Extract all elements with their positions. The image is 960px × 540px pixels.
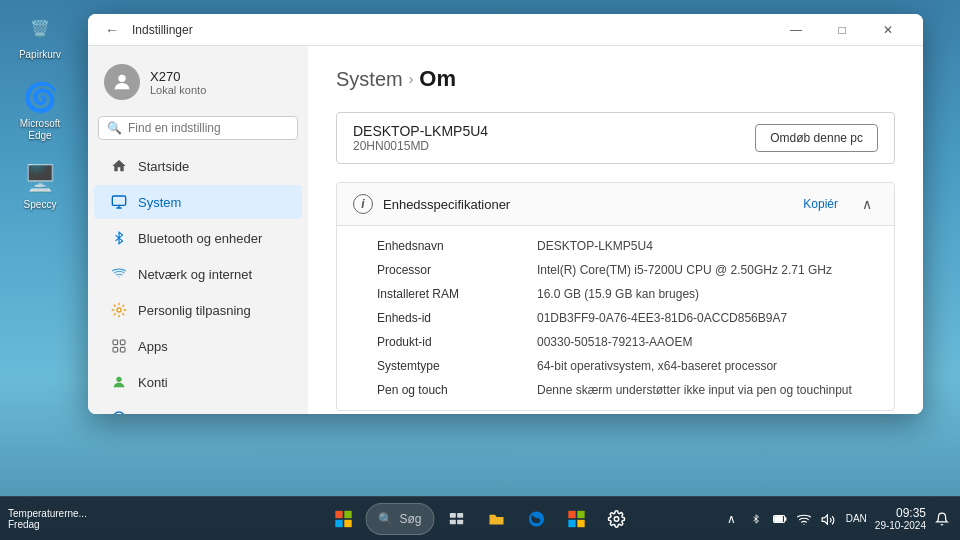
pc-banner-info: DESKTOP-LKMP5U4 20HN0015MD [353, 123, 488, 153]
tray-bluetooth[interactable] [746, 509, 766, 529]
sidebar-item-apps[interactable]: Apps [94, 329, 302, 363]
svg-rect-24 [774, 516, 783, 522]
search-icon: 🔍 [107, 121, 122, 135]
home-icon [110, 157, 128, 175]
task-view-button[interactable] [439, 501, 475, 537]
svg-point-21 [614, 516, 619, 521]
sidebar-search[interactable]: 🔍 [98, 116, 298, 140]
svg-rect-11 [335, 519, 342, 526]
window-titlebar: ← Indstillinger — □ ✕ [88, 14, 923, 46]
tray-volume[interactable] [818, 509, 838, 529]
svg-rect-15 [450, 519, 456, 524]
taskbar-search[interactable]: 🔍 Søg [365, 503, 434, 535]
specs-header-right: Kopiér ∧ [795, 193, 878, 215]
tray-icons: ∧ [722, 509, 838, 529]
svg-rect-16 [457, 519, 463, 524]
spec-label-processor: Processor [377, 263, 537, 277]
notification-text: Temperaturerne... [8, 508, 87, 519]
spec-row-enhedsnavn: Enhedsnavn DESKTOP-LKMP5U4 [337, 234, 894, 258]
breadcrumb-arrow: › [409, 71, 414, 87]
search-input[interactable] [128, 121, 289, 135]
svg-rect-10 [344, 510, 351, 517]
language-indicator[interactable]: DAN [844, 509, 869, 529]
copy-button[interactable]: Kopiér [795, 193, 846, 215]
edge-taskbar-button[interactable] [519, 501, 555, 537]
spec-label-systemtype: Systemtype [377, 359, 537, 373]
speccy-label: Speccy [24, 199, 57, 211]
svg-rect-13 [450, 513, 456, 518]
svg-rect-1 [112, 196, 125, 205]
sidebar-label-network: Netværk og internet [138, 267, 252, 282]
breadcrumb-system: System [336, 68, 403, 91]
windows-button[interactable] [559, 501, 595, 537]
system-icon [110, 193, 128, 211]
desktop-icons: 🗑️ Papirkurv 🌀 Microsoft Edge 🖥️ Speccy [12, 10, 68, 211]
sidebar-label-system: System [138, 195, 181, 210]
maximize-button[interactable]: □ [819, 14, 865, 46]
user-account-type: Lokal konto [150, 84, 206, 96]
pc-banner: DESKTOP-LKMP5U4 20HN0015MD Omdøb denne p… [336, 112, 895, 164]
personalisering-icon [110, 301, 128, 319]
tray-battery[interactable] [770, 509, 790, 529]
konti-icon [110, 373, 128, 391]
svg-rect-4 [120, 340, 125, 345]
page-title: Om [419, 66, 456, 92]
svg-rect-3 [113, 340, 118, 345]
spec-label-pen-touch: Pen og touch [377, 383, 537, 397]
spec-row-produkt-id: Produkt-id 00330-50518-79213-AAOEM [337, 330, 894, 354]
spec-row-ram: Installeret RAM 16.0 GB (15.9 GB kan bru… [337, 282, 894, 306]
svg-rect-20 [577, 519, 584, 526]
close-button[interactable]: ✕ [865, 14, 911, 46]
start-button[interactable] [325, 501, 361, 537]
info-icon: i [353, 194, 373, 214]
sidebar-item-system[interactable]: System [94, 185, 302, 219]
back-button[interactable]: ← [100, 18, 124, 42]
spec-label-enheds-id: Enheds-id [377, 311, 537, 325]
sidebar-label-konti: Konti [138, 375, 168, 390]
network-icon [110, 265, 128, 283]
desktop-icon-edge[interactable]: 🌀 Microsoft Edge [12, 79, 68, 142]
sidebar-item-startside[interactable]: Startside [94, 149, 302, 183]
spec-value-processor: Intel(R) Core(TM) i5-7200U CPU @ 2.50GHz… [537, 263, 878, 277]
settings-taskbar-button[interactable] [599, 501, 635, 537]
spec-value-ram: 16.0 GB (15.9 GB kan bruges) [537, 287, 878, 301]
desktop-icon-speccy[interactable]: 🖥️ Speccy [12, 160, 68, 211]
sidebar-item-tid[interactable]: Tid og sprog [94, 401, 302, 414]
sidebar-item-network[interactable]: Netværk og internet [94, 257, 302, 291]
taskbar-notification[interactable]: Temperaturerne... Fredag [8, 508, 87, 530]
user-name: X270 [150, 69, 206, 84]
minimize-button[interactable]: — [773, 14, 819, 46]
desktop-icon-papirkurv[interactable]: 🗑️ Papirkurv [12, 10, 68, 61]
taskbar-date: 29-10-2024 [875, 520, 926, 531]
tray-wifi[interactable] [794, 509, 814, 529]
tray-chevron[interactable]: ∧ [722, 509, 742, 529]
edge-icon: 🌀 [22, 79, 58, 115]
apps-icon [110, 337, 128, 355]
spec-row-processor: Processor Intel(R) Core(TM) i5-7200U CPU… [337, 258, 894, 282]
sidebar: X270 Lokal konto 🔍 Startside System [88, 46, 308, 414]
sidebar-user: X270 Lokal konto [88, 56, 308, 112]
taskbar-center: 🔍 Søg [325, 501, 634, 537]
svg-rect-6 [120, 347, 125, 352]
spec-value-enheds-id: 01DB3FF9-0A76-4EE3-81D6-0ACCD856B9A7 [537, 311, 878, 325]
user-info: X270 Lokal konto [150, 69, 206, 96]
collapse-button[interactable]: ∧ [856, 194, 878, 214]
svg-point-0 [118, 75, 125, 82]
file-explorer-button[interactable] [479, 501, 515, 537]
taskbar-left: Temperaturerne... Fredag [8, 508, 95, 530]
sidebar-item-personalisering[interactable]: Personlig tilpasning [94, 293, 302, 327]
spec-value-enhedsnavn: DESKTOP-LKMP5U4 [537, 239, 878, 253]
notification-bell[interactable] [932, 509, 952, 529]
svg-rect-12 [344, 519, 351, 526]
page-header: System › Om [336, 66, 895, 92]
edge-label: Microsoft Edge [12, 118, 68, 142]
sidebar-item-konti[interactable]: Konti [94, 365, 302, 399]
search-icon: 🔍 [378, 512, 393, 526]
sidebar-item-bluetooth[interactable]: Bluetooth og enheder [94, 221, 302, 255]
window-body: X270 Lokal konto 🔍 Startside System [88, 46, 923, 414]
spec-row-systemtype: Systemtype 64-bit operativsystem, x64-ba… [337, 354, 894, 378]
avatar [104, 64, 140, 100]
taskbar-clock[interactable]: 09:35 29-10-2024 [875, 506, 926, 531]
sidebar-label-startside: Startside [138, 159, 189, 174]
rename-pc-button[interactable]: Omdøb denne pc [755, 124, 878, 152]
